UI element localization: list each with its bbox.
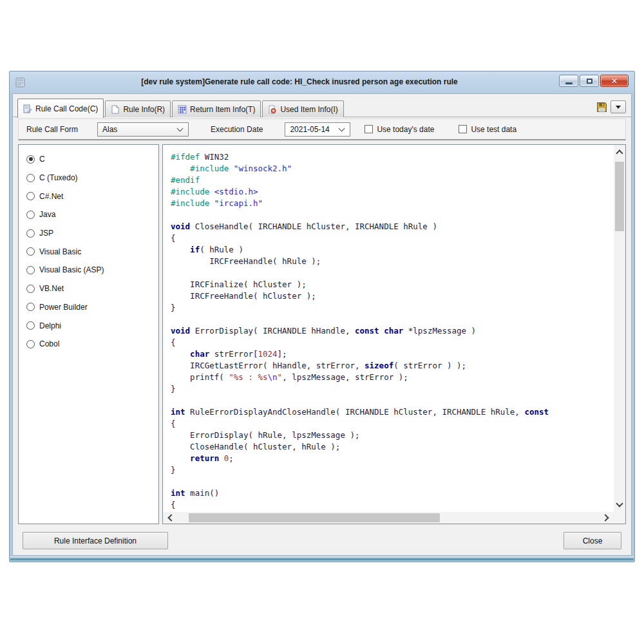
doc-red-icon bbox=[268, 105, 277, 114]
code-line: #include <stdio.h> bbox=[171, 186, 614, 198]
minimize-button[interactable] bbox=[559, 75, 578, 87]
language-label: Delphi bbox=[39, 321, 61, 330]
code-line: #include "ircapi.h" bbox=[171, 198, 614, 209]
code-line: void CloseHandle( IRCHANDLE hCluster, IR… bbox=[171, 221, 614, 232]
language-list-panel: CC (Tuxedo)C#.NetJavaJSPVisual BasicVisu… bbox=[18, 144, 159, 524]
vertical-scrollbar[interactable] bbox=[614, 145, 625, 512]
horizontal-scrollbar[interactable] bbox=[163, 512, 614, 524]
tab-return-item-info[interactable]: Return Item Info(T) bbox=[172, 100, 261, 117]
grid-icon bbox=[178, 105, 187, 114]
code-line: #include "winsock2.h" bbox=[171, 163, 614, 175]
scroll-down-icon[interactable] bbox=[616, 500, 623, 507]
close-icon: ✕ bbox=[611, 77, 618, 85]
close-window-button[interactable]: ✕ bbox=[600, 75, 629, 87]
code-panel: #ifdef WIN32 #include "winsock2.h"#endif… bbox=[162, 144, 626, 524]
language-option[interactable]: C (Tuxedo) bbox=[26, 169, 158, 187]
maximize-button[interactable] bbox=[580, 75, 599, 87]
code-line bbox=[171, 314, 614, 325]
chevron-down-icon bbox=[177, 125, 184, 131]
rule-call-form-value: Alas bbox=[98, 125, 174, 134]
tab-used-item-info[interactable]: Used Item Info(I) bbox=[262, 100, 343, 117]
scroll-up-icon[interactable] bbox=[616, 149, 623, 156]
maximize-icon bbox=[587, 79, 592, 84]
scrollbar-corner bbox=[614, 512, 625, 524]
horizontal-scroll-thumb[interactable] bbox=[189, 513, 440, 522]
close-button[interactable]: Close bbox=[564, 532, 621, 549]
code-line: { bbox=[171, 418, 614, 430]
code-line: } bbox=[171, 464, 614, 476]
language-option[interactable]: Visual Basic bbox=[26, 242, 158, 261]
window-title: [dev rule system]Generate rule call code… bbox=[48, 77, 551, 86]
code-line: #endif bbox=[171, 175, 614, 186]
code-line: CloseHandle( hCluster, hRule ); bbox=[171, 441, 614, 453]
code-line: ErrorDisplay( hRule, lpszMessage ); bbox=[171, 430, 614, 441]
save-options-dropdown-button[interactable] bbox=[611, 100, 626, 113]
code-line: printf( "%s : %s\n", lpszMessage, strErr… bbox=[171, 372, 614, 383]
tab-rule-info[interactable]: Rule Info(R) bbox=[105, 100, 171, 117]
footer: Rule Interface Definition Close bbox=[13, 524, 631, 555]
dropdown-arrow-icon bbox=[616, 106, 621, 111]
execution-date-label: Execution Date bbox=[211, 125, 263, 134]
language-label: VB.Net bbox=[39, 284, 64, 293]
code-line bbox=[171, 476, 614, 488]
code-line: { bbox=[171, 232, 614, 244]
code-line: { bbox=[171, 337, 614, 348]
toolbar: Rule Call Form Alas Execution Date 2021-… bbox=[18, 118, 626, 140]
code-line bbox=[171, 395, 614, 406]
language-label: C#.Net bbox=[39, 192, 63, 201]
radio-icon bbox=[26, 340, 35, 348]
radio-icon bbox=[26, 155, 35, 164]
doc-icon bbox=[111, 105, 120, 114]
language-option[interactable]: JSP bbox=[26, 224, 158, 243]
code-line: IRCFinalize( hCluster ); bbox=[171, 279, 614, 290]
vertical-scroll-thumb[interactable] bbox=[615, 162, 624, 231]
language-option[interactable]: Visual Basic (ASP) bbox=[26, 261, 158, 279]
tab-label: Rule Info(R) bbox=[123, 105, 165, 114]
tab-label: Return Item Info(T) bbox=[190, 105, 255, 114]
language-option[interactable]: Cobol bbox=[26, 335, 158, 354]
radio-icon bbox=[26, 247, 35, 256]
language-option[interactable]: Power Builder bbox=[26, 298, 158, 317]
language-option[interactable]: Java bbox=[26, 205, 158, 224]
radio-icon bbox=[26, 192, 35, 200]
code-line: IRCFreeHandle( hCluster ); bbox=[171, 290, 614, 302]
execution-date-combobox[interactable]: 2021-05-14 bbox=[285, 122, 350, 137]
radio-icon bbox=[26, 211, 35, 219]
save-icon[interactable] bbox=[596, 102, 607, 113]
code-line: char strError[1024]; bbox=[171, 348, 614, 360]
radio-icon bbox=[26, 174, 35, 182]
use-test-data-checkbox[interactable] bbox=[459, 125, 467, 133]
use-todays-date-option[interactable]: Use today's date bbox=[365, 125, 434, 134]
rule-call-form-label: Rule Call Form bbox=[26, 125, 78, 134]
code-line: int main() bbox=[171, 488, 614, 499]
tab-label: Rule Call Code(C) bbox=[35, 104, 98, 113]
language-option[interactable]: VB.Net bbox=[26, 279, 158, 298]
radio-icon bbox=[26, 285, 35, 293]
tab-strip: Rule Call Code(C) Rule Info(R) Return It… bbox=[13, 94, 631, 117]
code-line: if( hRule ) bbox=[171, 244, 614, 256]
use-todays-date-checkbox[interactable] bbox=[365, 125, 373, 133]
use-test-data-label: Use test data bbox=[471, 125, 516, 134]
tab-rule-call-code[interactable]: Rule Call Code(C) bbox=[17, 99, 104, 118]
chevron-down-icon bbox=[339, 125, 345, 131]
code-doc-icon bbox=[23, 104, 32, 113]
client-area: Rule Call Code(C) Rule Info(R) Return It… bbox=[12, 93, 632, 556]
language-label: Java bbox=[39, 210, 55, 219]
scroll-left-icon[interactable] bbox=[167, 514, 175, 521]
radio-icon bbox=[26, 303, 35, 311]
rule-call-form-combobox[interactable]: Alas bbox=[97, 122, 189, 137]
tab-label: Used Item Info(I) bbox=[280, 105, 337, 114]
code-line: IRCFreeHandle( hRule ); bbox=[171, 256, 614, 267]
language-option[interactable]: C bbox=[26, 150, 158, 169]
language-label: Visual Basic (ASP) bbox=[39, 265, 104, 274]
code-line: void ErrorDisplay( IRCHANDLE hHandle, co… bbox=[171, 325, 614, 337]
scroll-right-icon[interactable] bbox=[601, 514, 609, 521]
language-option[interactable]: Delphi bbox=[26, 316, 158, 335]
radio-icon bbox=[26, 266, 35, 274]
use-test-data-option[interactable]: Use test data bbox=[459, 125, 516, 134]
code-line: #ifdef WIN32 bbox=[171, 151, 614, 163]
language-option[interactable]: C#.Net bbox=[26, 187, 158, 205]
rule-interface-definition-button[interactable]: Rule Interface Definition bbox=[23, 532, 168, 549]
app-icon bbox=[15, 77, 26, 88]
language-label: Power Builder bbox=[39, 303, 88, 312]
